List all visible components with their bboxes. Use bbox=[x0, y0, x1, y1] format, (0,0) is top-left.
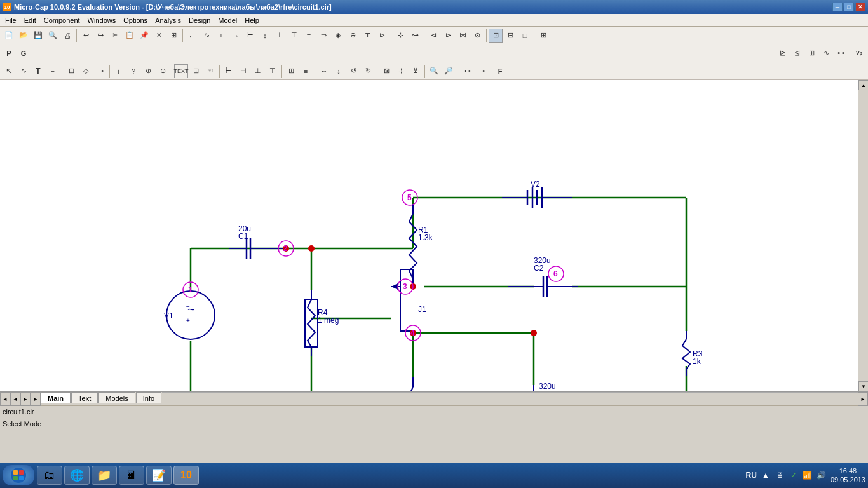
tb-cross[interactable]: + bbox=[214, 29, 228, 43]
tb3-component[interactable]: ⊟ bbox=[64, 64, 78, 78]
tb-open[interactable]: 📂 bbox=[17, 29, 31, 43]
tray-volume[interactable]: 🔊 bbox=[817, 470, 827, 480]
tray-arrow-up[interactable]: ▲ bbox=[761, 470, 771, 480]
hscroll-right[interactable]: ► bbox=[858, 392, 868, 406]
tb3-trace[interactable]: ⊻ bbox=[409, 64, 423, 78]
tb3-expand[interactable]: ⊥ bbox=[251, 64, 265, 78]
menu-windows[interactable]: Windows bbox=[84, 14, 120, 26]
tb-probe[interactable]: ⊶ bbox=[408, 29, 422, 43]
tb3-hand[interactable]: ☜ bbox=[203, 64, 217, 78]
tb-delete[interactable]: ✕ bbox=[152, 29, 166, 43]
tb-h1[interactable]: ⊥ bbox=[273, 29, 287, 43]
taskbar-calc[interactable]: 🖩 bbox=[119, 466, 144, 485]
close-button[interactable]: ✕ bbox=[855, 3, 865, 11]
tb3-extra1[interactable]: ⊷ bbox=[460, 64, 474, 78]
taskbar-files[interactable]: 📁 bbox=[92, 466, 117, 485]
menu-edit[interactable]: Edit bbox=[20, 14, 40, 26]
schematic-canvas[interactable]: .wire { stroke: #006600; stroke-width: 2… bbox=[0, 80, 858, 391]
tb3-pin[interactable]: ⊸ bbox=[93, 64, 107, 78]
tb-cut[interactable]: ✂ bbox=[108, 29, 122, 43]
scrollbar-right[interactable]: ▲ ▼ bbox=[858, 80, 868, 391]
tb-h2[interactable]: ⊤ bbox=[287, 29, 301, 43]
menu-model[interactable]: Model bbox=[214, 14, 241, 26]
tb-h3[interactable]: ≡ bbox=[302, 29, 316, 43]
menu-options[interactable]: Options bbox=[119, 14, 151, 26]
tb3-select[interactable]: ↖ bbox=[2, 64, 16, 78]
tb3-rotate1[interactable]: ↺ bbox=[346, 64, 360, 78]
tb-new[interactable]: 📄 bbox=[2, 29, 16, 43]
taskbar-chrome[interactable]: 🌐 bbox=[64, 466, 90, 485]
tb-arrow[interactable]: → bbox=[229, 29, 243, 43]
tb-print[interactable]: 🖨 bbox=[60, 29, 74, 43]
taskbar-microcap[interactable]: 10 bbox=[173, 466, 199, 485]
tb-waveform[interactable]: ⊲ bbox=[426, 29, 440, 43]
tb-pin[interactable]: ↕ bbox=[258, 29, 272, 43]
tb3-zoom-out[interactable]: 🔎 bbox=[442, 64, 456, 78]
tb-h7[interactable]: ∓ bbox=[360, 29, 374, 43]
tb-h4[interactable]: ⇒ bbox=[316, 29, 330, 43]
tb3-contract[interactable]: ⊤ bbox=[266, 64, 280, 78]
tb-print-preview[interactable]: 🔍 bbox=[46, 29, 60, 43]
clock[interactable]: 16:48 09.05.2013 bbox=[831, 466, 865, 485]
tb3-text2[interactable]: TEXT bbox=[174, 64, 188, 78]
tb-view-grid[interactable]: ⊟ bbox=[503, 29, 517, 43]
start-button[interactable] bbox=[3, 465, 34, 485]
tb-sim[interactable]: ⊙ bbox=[470, 29, 484, 43]
tb2-p[interactable]: P bbox=[2, 46, 16, 60]
tab-scroll-left[interactable]: ◄ bbox=[0, 392, 10, 406]
menu-analysis[interactable]: Analysis bbox=[151, 14, 185, 26]
menu-help[interactable]: Help bbox=[241, 14, 263, 26]
menu-design[interactable]: Design bbox=[185, 14, 214, 26]
tb-save[interactable]: 💾 bbox=[31, 29, 45, 43]
tb-h5[interactable]: ◈ bbox=[331, 29, 345, 43]
menu-file[interactable]: File bbox=[1, 14, 20, 26]
tb2-r3[interactable]: ⊞ bbox=[804, 46, 818, 60]
tb2-r5[interactable]: ⊶ bbox=[834, 46, 848, 60]
tb2-r4[interactable]: ∿ bbox=[819, 46, 833, 60]
tab-scroll-right2[interactable]: ► bbox=[31, 392, 41, 406]
tb-wire[interactable]: ⌐ bbox=[185, 29, 199, 43]
tray-security[interactable]: ✓ bbox=[789, 470, 799, 480]
scroll-down-button[interactable]: ▼ bbox=[858, 381, 868, 391]
tab-scroll-left2[interactable]: ◄ bbox=[10, 392, 20, 406]
tb3-text[interactable]: T bbox=[31, 64, 45, 78]
tb-window-tile[interactable]: ⊞ bbox=[536, 29, 550, 43]
tb3-rotate2[interactable]: ↻ bbox=[361, 64, 375, 78]
minimize-button[interactable]: ─ bbox=[832, 3, 843, 11]
tab-info[interactable]: Info bbox=[136, 392, 161, 403]
tb2-vp[interactable]: Vp bbox=[852, 46, 866, 60]
tab-main[interactable]: Main bbox=[41, 392, 71, 403]
scroll-up-button[interactable]: ▲ bbox=[858, 80, 868, 90]
tb3-flip1[interactable]: ↔ bbox=[317, 64, 331, 78]
tb3-search[interactable]: ⊠ bbox=[379, 64, 393, 78]
tb2-g[interactable]: G bbox=[17, 46, 31, 60]
tb2-r1[interactable]: ⊵ bbox=[775, 46, 789, 60]
tb3-info[interactable]: i bbox=[112, 64, 126, 78]
tb3-move2[interactable]: ⊣ bbox=[236, 64, 250, 78]
tb-undo[interactable]: ↩ bbox=[79, 29, 93, 43]
tb-sine[interactable]: ∿ bbox=[200, 29, 214, 43]
tb3-align2[interactable]: ≡ bbox=[299, 64, 313, 78]
tray-network2[interactable]: 📶 bbox=[803, 470, 813, 480]
tb-component-toolbar[interactable]: ⊞ bbox=[166, 29, 180, 43]
tb-waveform3[interactable]: ⋈ bbox=[456, 29, 470, 43]
tb3-angle[interactable]: ⌐ bbox=[46, 64, 60, 78]
tb3-sym[interactable]: ◇ bbox=[79, 64, 93, 78]
tb-waveform2[interactable]: ⊳ bbox=[441, 29, 455, 43]
tb3-f[interactable]: F bbox=[493, 64, 507, 78]
tb-redo[interactable]: ↪ bbox=[93, 29, 107, 43]
tb-view-schematic[interactable]: ⊡ bbox=[489, 29, 503, 43]
tb-h6[interactable]: ⊕ bbox=[346, 29, 360, 43]
tb3-align1[interactable]: ⊞ bbox=[284, 64, 298, 78]
tb3-move1[interactable]: ⊢ bbox=[222, 64, 236, 78]
tab-text[interactable]: Text bbox=[71, 392, 98, 403]
maximize-button[interactable]: □ bbox=[844, 3, 854, 11]
tb-copy[interactable]: 📋 bbox=[123, 29, 137, 43]
tb2-r2[interactable]: ⊴ bbox=[790, 46, 804, 60]
tb-paste[interactable]: 📌 bbox=[137, 29, 151, 43]
tab-models[interactable]: Models bbox=[98, 392, 135, 403]
tb-h8[interactable]: ⊳ bbox=[375, 29, 389, 43]
tb3-probe[interactable]: ? bbox=[126, 64, 140, 78]
tb-node[interactable]: ⊹ bbox=[393, 29, 407, 43]
tb3-zoom-in[interactable]: 🔍 bbox=[427, 64, 441, 78]
